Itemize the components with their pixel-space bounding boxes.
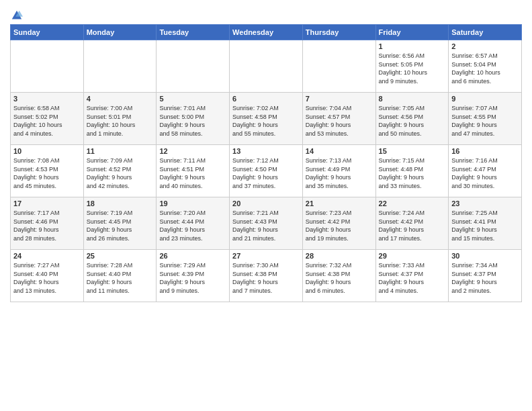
day-info: Sunrise: 7:25 AM Sunset: 4:41 PM Dayligh… (451, 209, 519, 242)
calendar-cell: 8Sunrise: 7:05 AM Sunset: 4:56 PM Daylig… (375, 93, 449, 145)
calendar-cell: 17Sunrise: 7:17 AM Sunset: 4:46 PM Dayli… (11, 197, 84, 250)
calendar-cell: 12Sunrise: 7:11 AM Sunset: 4:51 PM Dayli… (157, 145, 230, 197)
week-row-5: 24Sunrise: 7:27 AM Sunset: 4:40 PM Dayli… (11, 250, 522, 302)
day-number: 10 (13, 147, 81, 155)
day-info: Sunrise: 7:28 AM Sunset: 4:40 PM Dayligh… (87, 261, 154, 295)
calendar-cell: 21Sunrise: 7:23 AM Sunset: 4:42 PM Dayli… (302, 197, 375, 250)
day-number: 22 (379, 199, 446, 208)
day-number: 3 (13, 95, 81, 103)
day-info: Sunrise: 6:56 AM Sunset: 5:05 PM Dayligh… (379, 52, 446, 85)
day-number: 1 (379, 42, 446, 50)
header-day-saturday: Saturday (449, 25, 522, 40)
logo (10, 9, 23, 21)
day-info: Sunrise: 7:34 AM Sunset: 4:37 PM Dayligh… (451, 261, 519, 295)
day-number: 8 (379, 95, 446, 103)
calendar-cell: 28Sunrise: 7:32 AM Sunset: 4:38 PM Dayli… (302, 250, 375, 302)
day-info: Sunrise: 7:02 AM Sunset: 4:58 PM Dayligh… (232, 104, 300, 138)
day-number: 16 (451, 147, 519, 155)
day-info: Sunrise: 7:23 AM Sunset: 4:42 PM Dayligh… (306, 209, 373, 242)
day-info: Sunrise: 7:29 AM Sunset: 4:39 PM Dayligh… (159, 261, 226, 295)
calendar-cell: 2Sunrise: 6:57 AM Sunset: 5:04 PM Daylig… (449, 40, 522, 93)
day-number: 26 (159, 252, 226, 260)
header-day-friday: Friday (375, 25, 449, 40)
calendar-cell: 30Sunrise: 7:34 AM Sunset: 4:37 PM Dayli… (449, 250, 522, 302)
day-number: 6 (232, 95, 300, 103)
calendar-cell: 20Sunrise: 7:21 AM Sunset: 4:43 PM Dayli… (230, 197, 303, 250)
logo-icon (11, 9, 23, 21)
calendar-cell: 11Sunrise: 7:09 AM Sunset: 4:52 PM Dayli… (83, 145, 157, 197)
day-info: Sunrise: 7:12 AM Sunset: 4:50 PM Dayligh… (232, 156, 300, 190)
calendar-cell (302, 40, 375, 93)
calendar-cell: 22Sunrise: 7:24 AM Sunset: 4:42 PM Dayli… (375, 197, 449, 250)
calendar-cell (157, 40, 230, 93)
calendar-cell: 18Sunrise: 7:19 AM Sunset: 4:45 PM Dayli… (83, 197, 157, 250)
day-info: Sunrise: 7:05 AM Sunset: 4:56 PM Dayligh… (379, 104, 446, 138)
calendar-cell: 3Sunrise: 6:58 AM Sunset: 5:02 PM Daylig… (11, 93, 84, 145)
day-info: Sunrise: 6:58 AM Sunset: 5:02 PM Dayligh… (13, 104, 81, 138)
header-day-tuesday: Tuesday (157, 25, 230, 40)
day-number: 4 (87, 95, 154, 103)
calendar-cell: 10Sunrise: 7:08 AM Sunset: 4:53 PM Dayli… (11, 145, 84, 197)
calendar-cell: 13Sunrise: 7:12 AM Sunset: 4:50 PM Dayli… (230, 145, 303, 197)
header-day-monday: Monday (83, 25, 157, 40)
day-number: 20 (232, 199, 300, 208)
week-row-3: 10Sunrise: 7:08 AM Sunset: 4:53 PM Dayli… (11, 145, 522, 197)
day-info: Sunrise: 6:57 AM Sunset: 5:04 PM Dayligh… (451, 52, 519, 85)
day-info: Sunrise: 7:21 AM Sunset: 4:43 PM Dayligh… (232, 209, 300, 242)
day-info: Sunrise: 7:08 AM Sunset: 4:53 PM Dayligh… (13, 156, 81, 190)
day-info: Sunrise: 7:00 AM Sunset: 5:01 PM Dayligh… (87, 104, 154, 138)
calendar-cell: 26Sunrise: 7:29 AM Sunset: 4:39 PM Dayli… (157, 250, 230, 302)
calendar-cell: 1Sunrise: 6:56 AM Sunset: 5:05 PM Daylig… (375, 40, 449, 93)
calendar-cell: 27Sunrise: 7:30 AM Sunset: 4:38 PM Dayli… (230, 250, 303, 302)
day-number: 5 (159, 95, 226, 103)
header-day-wednesday: Wednesday (230, 25, 303, 40)
day-info: Sunrise: 7:11 AM Sunset: 4:51 PM Dayligh… (159, 156, 226, 190)
day-info: Sunrise: 7:15 AM Sunset: 4:48 PM Dayligh… (379, 156, 446, 190)
day-info: Sunrise: 7:32 AM Sunset: 4:38 PM Dayligh… (306, 261, 373, 295)
day-number: 25 (87, 252, 154, 260)
day-info: Sunrise: 7:27 AM Sunset: 4:40 PM Dayligh… (13, 261, 81, 295)
calendar-cell: 24Sunrise: 7:27 AM Sunset: 4:40 PM Dayli… (11, 250, 84, 302)
day-number: 29 (379, 252, 446, 260)
calendar-cell: 5Sunrise: 7:01 AM Sunset: 5:00 PM Daylig… (157, 93, 230, 145)
calendar-cell: 15Sunrise: 7:15 AM Sunset: 4:48 PM Dayli… (375, 145, 449, 197)
header (10, 7, 522, 21)
calendar-cell: 14Sunrise: 7:13 AM Sunset: 4:49 PM Dayli… (302, 145, 375, 197)
calendar-cell (83, 40, 157, 93)
day-info: Sunrise: 7:30 AM Sunset: 4:38 PM Dayligh… (232, 261, 300, 295)
day-number: 11 (87, 147, 154, 155)
week-row-2: 3Sunrise: 6:58 AM Sunset: 5:02 PM Daylig… (11, 93, 522, 145)
calendar-table: SundayMondayTuesdayWednesdayThursdayFrid… (10, 24, 522, 302)
day-number: 7 (306, 95, 373, 103)
calendar-cell: 4Sunrise: 7:00 AM Sunset: 5:01 PM Daylig… (83, 93, 157, 145)
day-info: Sunrise: 7:20 AM Sunset: 4:44 PM Dayligh… (159, 209, 226, 242)
day-number: 12 (159, 147, 226, 155)
day-number: 27 (232, 252, 300, 260)
header-day-sunday: Sunday (11, 25, 84, 40)
day-info: Sunrise: 7:09 AM Sunset: 4:52 PM Dayligh… (87, 156, 154, 190)
calendar-cell: 7Sunrise: 7:04 AM Sunset: 4:57 PM Daylig… (302, 93, 375, 145)
day-number: 30 (451, 252, 519, 260)
week-row-4: 17Sunrise: 7:17 AM Sunset: 4:46 PM Dayli… (11, 197, 522, 250)
calendar-header-row: SundayMondayTuesdayWednesdayThursdayFrid… (11, 25, 522, 40)
day-info: Sunrise: 7:16 AM Sunset: 4:47 PM Dayligh… (451, 156, 519, 190)
day-number: 18 (87, 199, 154, 208)
calendar-cell (230, 40, 303, 93)
day-number: 13 (232, 147, 300, 155)
day-info: Sunrise: 7:19 AM Sunset: 4:45 PM Dayligh… (87, 209, 154, 242)
day-info: Sunrise: 7:07 AM Sunset: 4:55 PM Dayligh… (451, 104, 519, 138)
day-number: 23 (451, 199, 519, 208)
day-info: Sunrise: 7:17 AM Sunset: 4:46 PM Dayligh… (13, 209, 81, 242)
day-info: Sunrise: 7:13 AM Sunset: 4:49 PM Dayligh… (306, 156, 373, 190)
day-number: 2 (451, 42, 519, 50)
day-number: 14 (306, 147, 373, 155)
day-number: 24 (13, 252, 81, 260)
day-number: 21 (306, 199, 373, 208)
day-number: 17 (13, 199, 81, 208)
calendar-cell: 16Sunrise: 7:16 AM Sunset: 4:47 PM Dayli… (449, 145, 522, 197)
calendar-cell: 25Sunrise: 7:28 AM Sunset: 4:40 PM Dayli… (83, 250, 157, 302)
day-number: 15 (379, 147, 446, 155)
day-number: 28 (306, 252, 373, 260)
calendar-cell: 6Sunrise: 7:02 AM Sunset: 4:58 PM Daylig… (230, 93, 303, 145)
page-container: SundayMondayTuesdayWednesdayThursdayFrid… (0, 0, 532, 309)
